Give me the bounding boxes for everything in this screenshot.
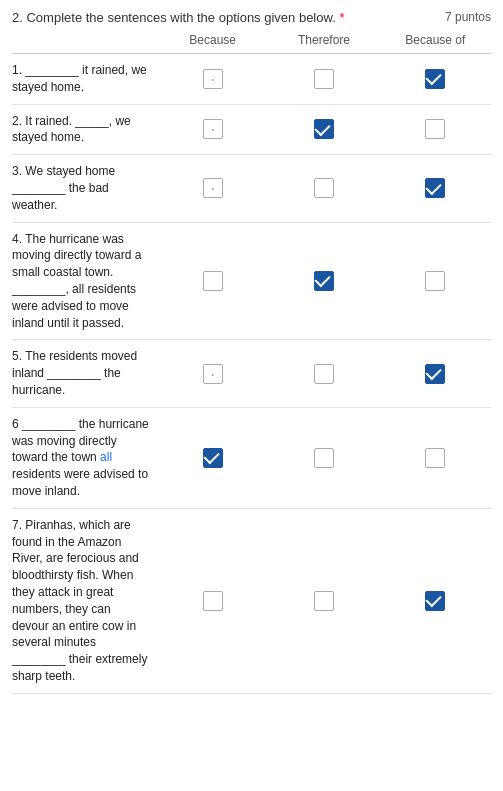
- checkbox-6-becauseof[interactable]: [425, 448, 445, 468]
- checkbox-2-therefore[interactable]: [314, 119, 334, 139]
- checkbox-3-becauseof[interactable]: [425, 178, 445, 198]
- checkbox-cell-6-becauseof: [380, 448, 491, 468]
- checkbox-cell-3-therefore: [268, 178, 379, 198]
- checkbox-cell-1-because: [157, 69, 268, 89]
- checkbox-5-therefore[interactable]: [314, 364, 334, 384]
- checkbox-cell-4-becauseof: [380, 271, 491, 291]
- checkbox-6-therefore[interactable]: [314, 448, 334, 468]
- checkbox-cell-5-because: [157, 364, 268, 384]
- sentence-cell-2: 2. It rained. _____, we stayed home.: [12, 113, 157, 147]
- checkbox-cell-2-therefore: [268, 119, 379, 139]
- checkbox-3-therefore[interactable]: [314, 178, 334, 198]
- checkbox-7-because[interactable]: [203, 591, 223, 611]
- checkbox-cell-6-therefore: [268, 448, 379, 468]
- col-header-becauseof: Because of: [380, 33, 491, 47]
- table-row: 2. It rained. _____, we stayed home.: [12, 105, 491, 156]
- checkbox-1-therefore[interactable]: [314, 69, 334, 89]
- checkbox-cell-4-therefore: [268, 271, 379, 291]
- sentence-cell-4: 4. The hurricane was moving directly tow…: [12, 231, 157, 332]
- sentence-cell-1: 1. ________ it rained, we stayed home.: [12, 62, 157, 96]
- table-row: 4. The hurricane was moving directly tow…: [12, 223, 491, 341]
- checkbox-2-becauseof[interactable]: [425, 119, 445, 139]
- checkbox-7-becauseof[interactable]: [425, 591, 445, 611]
- checkbox-cell-7-becauseof: [380, 591, 491, 611]
- table-body: 1. ________ it rained, we stayed home.2.…: [12, 54, 491, 694]
- sentence-cell-6: 6 ________ the hurricane was moving dire…: [12, 416, 157, 500]
- table-row: 1. ________ it rained, we stayed home.: [12, 54, 491, 105]
- checkbox-4-because[interactable]: [203, 271, 223, 291]
- table-row: 5. The residents moved inland ________ t…: [12, 340, 491, 407]
- table-row: 7. Piranhas, which are found in the Amaz…: [12, 509, 491, 694]
- checkbox-cell-2-becauseof: [380, 119, 491, 139]
- points-label: 7 puntos: [445, 10, 491, 24]
- checkbox-cell-1-becauseof: [380, 69, 491, 89]
- checkbox-cell-3-because: [157, 178, 268, 198]
- checkbox-cell-6-because: [157, 448, 268, 468]
- sentence-cell-3: 3. We stayed home ________ the bad weath…: [12, 163, 157, 213]
- required-marker: *: [339, 10, 344, 25]
- checkbox-3-because[interactable]: [203, 178, 223, 198]
- table-row: 6 ________ the hurricane was moving dire…: [12, 408, 491, 509]
- checkbox-2-because[interactable]: [203, 119, 223, 139]
- checkbox-6-because[interactable]: [203, 448, 223, 468]
- checkbox-cell-7-because: [157, 591, 268, 611]
- checkbox-cell-5-therefore: [268, 364, 379, 384]
- checkbox-7-therefore[interactable]: [314, 591, 334, 611]
- checkbox-cell-1-therefore: [268, 69, 379, 89]
- checkbox-1-because[interactable]: [203, 69, 223, 89]
- question-header: 2. Complete the sentences with the optio…: [12, 10, 491, 25]
- col-header-because: Because: [157, 33, 268, 47]
- checkbox-cell-2-because: [157, 119, 268, 139]
- sentence-cell-5: 5. The residents moved inland ________ t…: [12, 348, 157, 398]
- checkbox-cell-5-becauseof: [380, 364, 491, 384]
- column-headers: Because Therefore Because of: [12, 33, 491, 54]
- checkbox-cell-4-because: [157, 271, 268, 291]
- col-header-therefore: Therefore: [268, 33, 379, 47]
- checkbox-5-because[interactable]: [203, 364, 223, 384]
- table-row: 3. We stayed home ________ the bad weath…: [12, 155, 491, 222]
- checkbox-4-therefore[interactable]: [314, 271, 334, 291]
- checkbox-cell-7-therefore: [268, 591, 379, 611]
- sentence-cell-7: 7. Piranhas, which are found in the Amaz…: [12, 517, 157, 685]
- checkbox-cell-3-becauseof: [380, 178, 491, 198]
- checkbox-5-becauseof[interactable]: [425, 364, 445, 384]
- question-title: 2. Complete the sentences with the optio…: [12, 10, 435, 25]
- checkbox-4-becauseof[interactable]: [425, 271, 445, 291]
- checkbox-1-becauseof[interactable]: [425, 69, 445, 89]
